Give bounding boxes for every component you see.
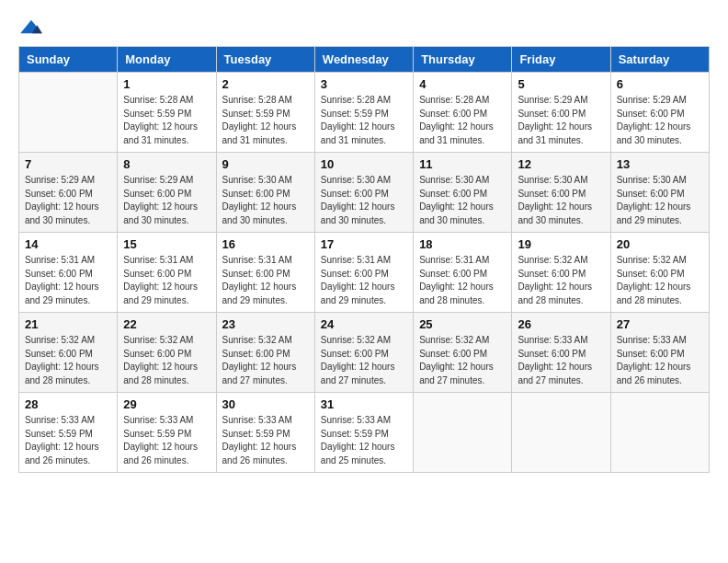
day-number: 11 <box>419 157 506 171</box>
calendar-cell: 4 Sunrise: 5:28 AMSunset: 6:00 PMDayligh… <box>414 73 512 153</box>
calendar-cell: 12 Sunrise: 5:30 AMSunset: 6:00 PMDaylig… <box>512 153 610 233</box>
calendar-cell: 14 Sunrise: 5:31 AMSunset: 6:00 PMDaylig… <box>19 233 118 313</box>
day-number: 26 <box>518 317 604 331</box>
day-number: 5 <box>518 77 604 91</box>
day-info: Sunrise: 5:32 AMSunset: 6:00 PMDaylight:… <box>518 254 604 307</box>
calendar-cell: 26 Sunrise: 5:33 AMSunset: 6:00 PMDaylig… <box>512 313 610 393</box>
day-info: Sunrise: 5:28 AMSunset: 5:59 PMDaylight:… <box>321 94 407 147</box>
calendar-cell: 16 Sunrise: 5:31 AMSunset: 6:00 PMDaylig… <box>216 233 314 313</box>
day-number: 16 <box>222 237 309 251</box>
calendar-cell: 28 Sunrise: 5:33 AMSunset: 5:59 PMDaylig… <box>19 393 118 473</box>
calendar-cell <box>19 73 118 153</box>
day-number: 20 <box>617 237 703 251</box>
day-number: 31 <box>321 397 407 411</box>
calendar-week-3: 14 Sunrise: 5:31 AMSunset: 6:00 PMDaylig… <box>19 233 710 313</box>
day-info: Sunrise: 5:33 AMSunset: 5:59 PMDaylight:… <box>222 414 309 467</box>
calendar-cell: 11 Sunrise: 5:30 AMSunset: 6:00 PMDaylig… <box>414 153 512 233</box>
calendar-week-2: 7 Sunrise: 5:29 AMSunset: 6:00 PMDayligh… <box>19 153 710 233</box>
day-number: 28 <box>25 397 111 411</box>
day-info: Sunrise: 5:30 AMSunset: 6:00 PMDaylight:… <box>617 174 703 227</box>
day-info: Sunrise: 5:32 AMSunset: 6:00 PMDaylight:… <box>321 334 407 387</box>
day-info: Sunrise: 5:28 AMSunset: 5:59 PMDaylight:… <box>123 94 210 147</box>
calendar-cell: 21 Sunrise: 5:32 AMSunset: 6:00 PMDaylig… <box>19 313 118 393</box>
calendar-week-4: 21 Sunrise: 5:32 AMSunset: 6:00 PMDaylig… <box>19 313 710 393</box>
day-info: Sunrise: 5:31 AMSunset: 6:00 PMDaylight:… <box>321 254 407 307</box>
day-number: 14 <box>25 237 111 251</box>
day-number: 30 <box>222 397 309 411</box>
calendar-cell: 8 Sunrise: 5:29 AMSunset: 6:00 PMDayligh… <box>118 153 216 233</box>
day-number: 12 <box>518 157 604 171</box>
day-number: 7 <box>25 157 111 171</box>
header-tuesday: Tuesday <box>216 47 314 73</box>
calendar-cell: 13 Sunrise: 5:30 AMSunset: 6:00 PMDaylig… <box>610 153 709 233</box>
calendar-cell: 30 Sunrise: 5:33 AMSunset: 5:59 PMDaylig… <box>216 393 314 473</box>
day-info: Sunrise: 5:28 AMSunset: 6:00 PMDaylight:… <box>419 94 506 147</box>
day-info: Sunrise: 5:31 AMSunset: 6:00 PMDaylight:… <box>222 254 309 307</box>
calendar-cell: 24 Sunrise: 5:32 AMSunset: 6:00 PMDaylig… <box>314 313 413 393</box>
day-number: 1 <box>123 77 210 91</box>
calendar-cell: 31 Sunrise: 5:33 AMSunset: 5:59 PMDaylig… <box>314 393 413 473</box>
logo <box>18 18 48 37</box>
calendar-cell: 1 Sunrise: 5:28 AMSunset: 5:59 PMDayligh… <box>118 73 216 153</box>
day-number: 18 <box>419 237 506 251</box>
day-number: 15 <box>123 237 210 251</box>
day-number: 17 <box>321 237 407 251</box>
calendar-header-row: SundayMondayTuesdayWednesdayThursdayFrid… <box>19 47 710 73</box>
calendar-table: SundayMondayTuesdayWednesdayThursdayFrid… <box>18 46 710 473</box>
calendar-cell: 25 Sunrise: 5:32 AMSunset: 6:00 PMDaylig… <box>414 313 512 393</box>
day-number: 25 <box>419 317 506 331</box>
day-info: Sunrise: 5:29 AMSunset: 6:00 PMDaylight:… <box>123 174 210 227</box>
calendar-cell: 20 Sunrise: 5:32 AMSunset: 6:00 PMDaylig… <box>610 233 709 313</box>
day-number: 9 <box>222 157 309 171</box>
calendar-cell: 27 Sunrise: 5:33 AMSunset: 6:00 PMDaylig… <box>610 313 709 393</box>
day-info: Sunrise: 5:29 AMSunset: 6:00 PMDaylight:… <box>617 94 703 147</box>
calendar-cell: 7 Sunrise: 5:29 AMSunset: 6:00 PMDayligh… <box>19 153 118 233</box>
day-number: 6 <box>617 77 703 91</box>
calendar-cell: 5 Sunrise: 5:29 AMSunset: 6:00 PMDayligh… <box>512 73 610 153</box>
day-info: Sunrise: 5:30 AMSunset: 6:00 PMDaylight:… <box>419 174 506 227</box>
calendar-cell <box>610 393 709 473</box>
day-number: 29 <box>123 397 210 411</box>
calendar-cell: 6 Sunrise: 5:29 AMSunset: 6:00 PMDayligh… <box>610 73 709 153</box>
day-info: Sunrise: 5:32 AMSunset: 6:00 PMDaylight:… <box>419 334 506 387</box>
calendar-week-1: 1 Sunrise: 5:28 AMSunset: 5:59 PMDayligh… <box>19 73 710 153</box>
day-info: Sunrise: 5:33 AMSunset: 6:00 PMDaylight:… <box>617 334 703 387</box>
page-header <box>18 18 710 37</box>
calendar-cell: 23 Sunrise: 5:32 AMSunset: 6:00 PMDaylig… <box>216 313 314 393</box>
day-info: Sunrise: 5:32 AMSunset: 6:00 PMDaylight:… <box>25 334 111 387</box>
header-sunday: Sunday <box>19 47 118 73</box>
day-info: Sunrise: 5:31 AMSunset: 6:00 PMDaylight:… <box>123 254 210 307</box>
header-saturday: Saturday <box>610 47 709 73</box>
calendar-cell <box>414 393 512 473</box>
day-number: 13 <box>617 157 703 171</box>
calendar-cell: 17 Sunrise: 5:31 AMSunset: 6:00 PMDaylig… <box>314 233 413 313</box>
day-info: Sunrise: 5:33 AMSunset: 5:59 PMDaylight:… <box>123 414 210 467</box>
day-number: 2 <box>222 77 309 91</box>
day-info: Sunrise: 5:30 AMSunset: 6:00 PMDaylight:… <box>321 174 407 227</box>
calendar-cell: 19 Sunrise: 5:32 AMSunset: 6:00 PMDaylig… <box>512 233 610 313</box>
calendar-cell: 10 Sunrise: 5:30 AMSunset: 6:00 PMDaylig… <box>314 153 413 233</box>
day-number: 3 <box>321 77 407 91</box>
day-info: Sunrise: 5:32 AMSunset: 6:00 PMDaylight:… <box>617 254 703 307</box>
calendar-cell: 22 Sunrise: 5:32 AMSunset: 6:00 PMDaylig… <box>118 313 216 393</box>
day-info: Sunrise: 5:31 AMSunset: 6:00 PMDaylight:… <box>419 254 506 307</box>
day-number: 8 <box>123 157 210 171</box>
calendar-cell: 3 Sunrise: 5:28 AMSunset: 5:59 PMDayligh… <box>314 73 413 153</box>
day-info: Sunrise: 5:32 AMSunset: 6:00 PMDaylight:… <box>222 334 309 387</box>
day-info: Sunrise: 5:29 AMSunset: 6:00 PMDaylight:… <box>518 94 604 147</box>
calendar-cell: 29 Sunrise: 5:33 AMSunset: 5:59 PMDaylig… <box>118 393 216 473</box>
day-info: Sunrise: 5:32 AMSunset: 6:00 PMDaylight:… <box>123 334 210 387</box>
day-info: Sunrise: 5:30 AMSunset: 6:00 PMDaylight:… <box>222 174 309 227</box>
day-info: Sunrise: 5:33 AMSunset: 6:00 PMDaylight:… <box>518 334 604 387</box>
day-info: Sunrise: 5:33 AMSunset: 5:59 PMDaylight:… <box>25 414 111 467</box>
day-number: 22 <box>123 317 210 331</box>
calendar-cell: 2 Sunrise: 5:28 AMSunset: 5:59 PMDayligh… <box>216 73 314 153</box>
day-number: 27 <box>617 317 703 331</box>
calendar-week-5: 28 Sunrise: 5:33 AMSunset: 5:59 PMDaylig… <box>19 393 710 473</box>
day-number: 24 <box>321 317 407 331</box>
calendar-cell: 18 Sunrise: 5:31 AMSunset: 6:00 PMDaylig… <box>414 233 512 313</box>
day-number: 10 <box>321 157 407 171</box>
calendar-cell: 9 Sunrise: 5:30 AMSunset: 6:00 PMDayligh… <box>216 153 314 233</box>
day-info: Sunrise: 5:30 AMSunset: 6:00 PMDaylight:… <box>518 174 604 227</box>
header-wednesday: Wednesday <box>314 47 413 73</box>
